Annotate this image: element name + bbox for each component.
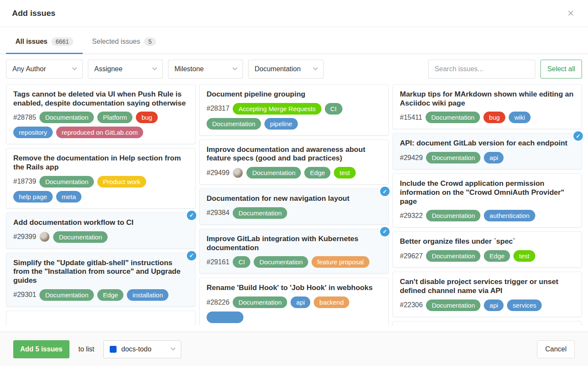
add-issues-button[interactable]: Add 5 issues bbox=[13, 340, 69, 358]
tab-count-badge: 6661 bbox=[51, 37, 73, 46]
issue-label: bug bbox=[136, 112, 158, 123]
tab-selected-issues[interactable]: Selected issues 5 bbox=[83, 37, 165, 54]
issue-label: api bbox=[484, 152, 504, 163]
tab-bar: All issues 6661 Selected issues 5 bbox=[0, 37, 588, 54]
issue-title: Can't disable project services trigger o… bbox=[400, 278, 575, 295]
board-column: Tags cannot be deleted via UI when Push … bbox=[6, 84, 195, 326]
issue-label: Documentation bbox=[39, 176, 94, 188]
issue-card[interactable]: Improve documentation and awareness abou… bbox=[199, 139, 389, 185]
issue-card[interactable]: Include the Crowd application permission… bbox=[393, 173, 582, 227]
issue-label: Documentation bbox=[426, 152, 480, 163]
issue-label: CI bbox=[233, 256, 250, 268]
modal-title: Add issues bbox=[12, 9, 55, 18]
label-filter-dropdown[interactable]: Documentation bbox=[248, 60, 324, 79]
issue-label: services bbox=[507, 299, 542, 311]
issue-title: Rename 'Build Hook' to 'Job Hook' in web… bbox=[207, 284, 381, 293]
chevron-down-icon bbox=[232, 66, 237, 70]
assignee-avatar bbox=[39, 232, 50, 242]
issue-id: #29161 bbox=[207, 258, 229, 266]
tab-all-issues[interactable]: All issues 6661 bbox=[6, 37, 83, 54]
issue-label: authentication bbox=[484, 210, 535, 221]
tab-count-badge: 5 bbox=[144, 37, 156, 46]
selected-check-badge: ✓ bbox=[186, 250, 197, 261]
issue-title: Improve documentation and awareness abou… bbox=[207, 145, 381, 163]
issue-label: Documentation bbox=[233, 207, 287, 219]
issue-title: Tags cannot be deleted via UI when Push … bbox=[13, 90, 188, 108]
filter-bar: Any Author Assignee Milestone Documentat… bbox=[0, 54, 588, 84]
issue-label: Edge bbox=[484, 250, 510, 262]
target-list-value: docs-todo bbox=[121, 345, 151, 353]
issue-card[interactable]: Document pipeline grouping #28317 Accept… bbox=[199, 84, 389, 136]
issue-card[interactable]: Tags cannot be deleted via UI when Push … bbox=[6, 84, 195, 144]
issue-label: Platform bbox=[97, 112, 132, 123]
close-icon[interactable]: ✕ bbox=[565, 7, 576, 19]
issue-id: #29384 bbox=[207, 209, 229, 217]
issue-label: test bbox=[513, 250, 535, 262]
issue-card[interactable]: ✓ Simplify the "Update gitlab-shell" ins… bbox=[6, 253, 195, 307]
issue-id: #29499 bbox=[207, 169, 229, 177]
issue-card[interactable]: ✓ API: document GitLab version for each … bbox=[393, 133, 582, 169]
issue-label: Edge bbox=[97, 289, 123, 301]
issue-label bbox=[207, 312, 243, 323]
issue-id: #28226 bbox=[207, 299, 229, 306]
issue-title: Remove the documentation in Help section… bbox=[13, 154, 188, 172]
milestone-filter-value: Milestone bbox=[174, 65, 204, 73]
issue-card[interactable]: Better organize files under `spec` #2962… bbox=[393, 231, 582, 268]
issue-meta: #15411 Documentationbugwiki bbox=[400, 112, 575, 123]
search-input[interactable] bbox=[428, 60, 535, 79]
issue-label: Accepting Merge Requests bbox=[233, 103, 321, 115]
issue-card[interactable] bbox=[6, 311, 195, 326]
issue-label: Documentation bbox=[254, 256, 308, 268]
issue-meta: #29301 DocumentationEdgeinstallation bbox=[13, 289, 188, 301]
issue-label: help page bbox=[13, 191, 53, 203]
label-filter-value: Documentation bbox=[255, 65, 301, 73]
cancel-button[interactable]: Cancel bbox=[537, 340, 575, 358]
milestone-filter-dropdown[interactable]: Milestone bbox=[168, 60, 243, 79]
issue-meta: #29322 Documentationauthentication bbox=[400, 210, 575, 221]
issue-id: #28317 bbox=[207, 105, 229, 112]
issue-card[interactable]: ✓ Add documentation workflow to CI #2939… bbox=[6, 212, 195, 249]
issue-meta: #29161 CIDocumentationfeature proposal bbox=[207, 256, 381, 268]
issue-card[interactable]: ✓ Documentation for new navigation layou… bbox=[199, 188, 389, 225]
modal-header: Add issues ✕ bbox=[0, 0, 588, 27]
selected-check-badge: ✓ bbox=[379, 186, 390, 197]
list-color-swatch bbox=[110, 346, 117, 353]
issue-label: Documentation bbox=[39, 112, 94, 123]
issue-card[interactable] bbox=[393, 321, 582, 326]
issue-title: Markup tips for MArkdown shown while edi… bbox=[400, 90, 575, 108]
modal-footer: Add 5 issues to list docs-todo Cancel bbox=[0, 332, 588, 366]
issue-card[interactable]: Markup tips for MArkdown shown while edi… bbox=[393, 84, 582, 129]
issue-label: Edge bbox=[304, 167, 330, 178]
issue-meta: #22306 Documentationapiservices bbox=[400, 299, 575, 311]
select-all-button[interactable]: Select all bbox=[540, 60, 582, 79]
issue-label: Documentation bbox=[426, 112, 480, 123]
issue-card[interactable]: Remove the documentation in Help section… bbox=[6, 148, 195, 208]
issue-title: API: document GitLab version for each en… bbox=[400, 139, 575, 148]
selected-check-badge: ✓ bbox=[573, 130, 584, 142]
issue-label: api bbox=[484, 299, 504, 311]
assignee-filter-dropdown[interactable]: Assignee bbox=[88, 60, 163, 79]
issue-label: Documentation bbox=[426, 299, 480, 311]
target-list-dropdown[interactable]: docs-todo bbox=[103, 340, 181, 358]
issue-meta: #28226 Documentationapibackend bbox=[207, 296, 381, 323]
author-filter-value: Any Author bbox=[12, 65, 46, 73]
issue-card[interactable]: ✓ Improve GitLab integration with Kubern… bbox=[199, 229, 389, 274]
issue-card[interactable]: Rename 'Build Hook' to 'Job Hook' in web… bbox=[199, 278, 389, 326]
board-column: Markup tips for MArkdown shown while edi… bbox=[393, 84, 582, 326]
issue-label: Product work bbox=[97, 176, 146, 188]
issue-label: CI bbox=[325, 103, 342, 115]
author-filter-dropdown[interactable]: Any Author bbox=[6, 60, 83, 79]
issue-label: wiki bbox=[509, 112, 531, 123]
issue-label: Documentation bbox=[426, 210, 480, 221]
issue-title: Document pipeline grouping bbox=[207, 90, 381, 99]
issue-meta: #29627 DocumentationEdgetest bbox=[400, 250, 575, 262]
board-column: Document pipeline grouping #28317 Accept… bbox=[199, 84, 389, 326]
issue-label: api bbox=[291, 296, 310, 308]
issue-label: test bbox=[334, 167, 355, 178]
to-list-label: to list bbox=[78, 345, 94, 353]
issue-label: pipeline bbox=[264, 118, 298, 130]
issue-card[interactable]: Can't disable project services trigger o… bbox=[393, 272, 582, 317]
issue-id: #29399 bbox=[13, 233, 36, 241]
issue-label: backend bbox=[314, 296, 349, 308]
chevron-down-icon bbox=[72, 66, 77, 70]
